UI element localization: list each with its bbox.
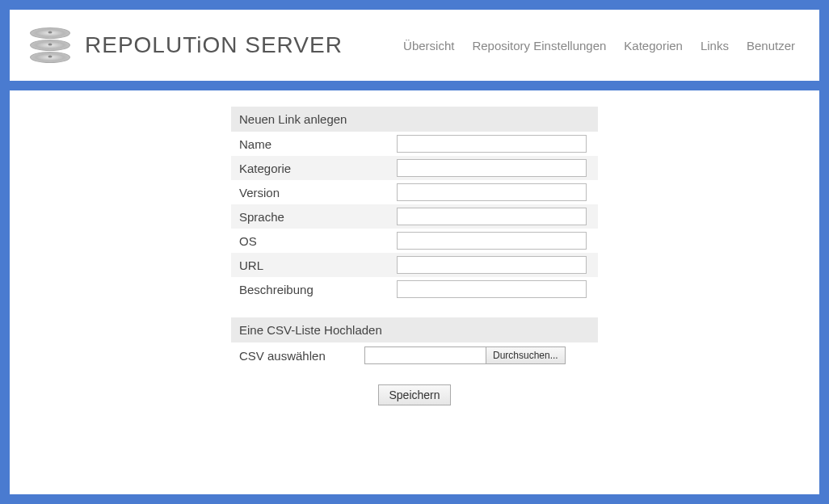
csv-upload-section: Eine CSV-Liste Hochladen CSV auswählen D… (231, 317, 598, 368)
page-header: REPOLUTiON SERVER Übersicht Repository E… (10, 10, 819, 81)
brand-title: REPOLUTiON SERVER (85, 32, 343, 58)
label-url: URL (231, 253, 389, 277)
file-input-wrap: Durchsuchen... (364, 346, 566, 364)
section-title-new-link: Neuen Link anlegen (231, 107, 598, 132)
input-sprache[interactable] (397, 208, 587, 225)
nav-repository-settings[interactable]: Repository Einstellungen (472, 39, 606, 52)
label-name: Name (231, 132, 389, 156)
nav-links[interactable]: Links (701, 39, 729, 52)
submit-area: Speichern (231, 384, 598, 405)
logo: REPOLUTiON SERVER (30, 25, 343, 65)
label-os: OS (231, 229, 389, 253)
nav-categories[interactable]: Kategorien (624, 39, 683, 52)
main-nav: Übersicht Repository Einstellungen Kateg… (403, 39, 795, 52)
input-beschreibung[interactable] (397, 280, 587, 298)
input-url[interactable] (397, 256, 587, 274)
label-kategorie: Kategorie (231, 156, 389, 180)
label-csv: CSV auswählen (231, 342, 356, 368)
section-title-csv: Eine CSV-Liste Hochladen (231, 317, 598, 342)
browse-button[interactable]: Durchsuchen... (486, 346, 566, 364)
label-version: Version (231, 180, 389, 204)
save-button[interactable]: Speichern (378, 384, 450, 405)
input-version[interactable] (397, 183, 587, 201)
input-name[interactable] (397, 135, 587, 153)
input-os[interactable] (397, 232, 587, 250)
new-link-section: Neuen Link anlegen Name Kategorie Versio… (231, 107, 598, 301)
label-beschreibung: Beschreibung (231, 277, 389, 301)
nav-overview[interactable]: Übersicht (403, 39, 454, 52)
content-area: Neuen Link anlegen Name Kategorie Versio… (10, 90, 819, 494)
link-form: Neuen Link anlegen Name Kategorie Versio… (231, 107, 598, 494)
label-sprache: Sprache (231, 204, 389, 229)
file-path-display[interactable] (364, 346, 486, 364)
input-kategorie[interactable] (397, 159, 587, 177)
nav-users[interactable]: Benutzer (747, 39, 795, 52)
stacked-disks-icon (30, 25, 70, 65)
